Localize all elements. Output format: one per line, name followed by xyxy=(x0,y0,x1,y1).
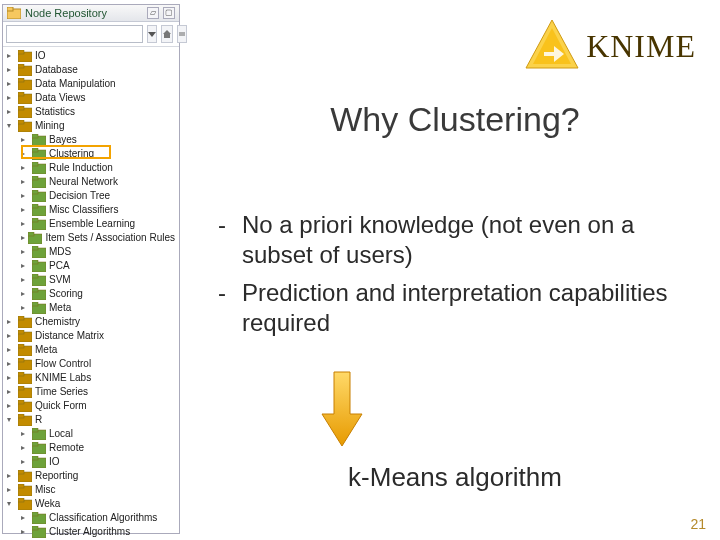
tree-item[interactable]: ▸Item Sets / Association Rules xyxy=(3,231,179,245)
caret-icon[interactable]: ▸ xyxy=(21,133,29,147)
brand-logo: KNIME xyxy=(524,18,696,74)
tree-item[interactable]: ▸Time Series xyxy=(3,385,179,399)
caret-icon[interactable]: ▸ xyxy=(21,203,29,217)
minimize-icon[interactable]: ▱ xyxy=(147,7,159,19)
folder-icon xyxy=(18,414,32,426)
caret-icon[interactable]: ▸ xyxy=(21,525,29,539)
tree-item[interactable]: ▸Clustering xyxy=(3,147,179,161)
caret-icon[interactable]: ▸ xyxy=(21,189,29,203)
folder-icon xyxy=(32,428,46,440)
caret-icon[interactable]: ▸ xyxy=(7,63,15,77)
tree-view[interactable]: ▸IO▸Database▸Data Manipulation▸Data View… xyxy=(3,47,179,540)
folder-icon xyxy=(18,50,32,62)
tree-item[interactable]: ▸IO xyxy=(3,49,179,63)
tree-item-label: Neural Network xyxy=(49,175,118,189)
caret-icon[interactable]: ▸ xyxy=(21,259,29,273)
svg-rect-29 xyxy=(28,232,34,236)
tree-item-label: Meta xyxy=(49,301,71,315)
caret-icon[interactable]: ▸ xyxy=(7,399,15,413)
folder-icon xyxy=(18,498,32,510)
tree-item-label: Remote xyxy=(49,441,84,455)
tree-item-label: Distance Matrix xyxy=(35,329,104,343)
tree-item[interactable]: ▸Ensemble Learning xyxy=(3,217,179,231)
svg-rect-31 xyxy=(32,246,38,250)
caret-icon[interactable]: ▸ xyxy=(7,105,15,119)
caret-icon[interactable]: ▸ xyxy=(21,441,29,455)
caret-icon[interactable]: ▸ xyxy=(7,49,15,63)
caret-icon[interactable]: ▸ xyxy=(21,231,25,245)
dropdown-icon[interactable] xyxy=(147,25,157,43)
tree-item[interactable]: ▸Data Manipulation xyxy=(3,77,179,91)
tree-item[interactable]: ▸Cluster Algorithms xyxy=(3,525,179,539)
caret-icon[interactable]: ▸ xyxy=(21,273,29,287)
caret-icon[interactable]: ▸ xyxy=(7,77,15,91)
maximize-icon[interactable]: ▢ xyxy=(163,7,175,19)
caret-icon[interactable]: ▸ xyxy=(21,427,29,441)
tree-item[interactable]: ▾R xyxy=(3,413,179,427)
collapse-icon[interactable] xyxy=(177,25,187,43)
tree-item[interactable]: ▸Scoring xyxy=(3,287,179,301)
panel-title: Node Repository xyxy=(25,7,107,19)
caret-icon[interactable]: ▸ xyxy=(7,329,15,343)
tree-item[interactable]: ▸Remote xyxy=(3,441,179,455)
home-icon[interactable] xyxy=(161,25,173,43)
tree-item[interactable]: ▸PCA xyxy=(3,259,179,273)
caret-icon[interactable]: ▸ xyxy=(7,469,15,483)
folder-icon xyxy=(32,260,46,272)
svg-rect-71 xyxy=(32,526,38,530)
tree-item[interactable]: ▸Bayes xyxy=(3,133,179,147)
tree-item[interactable]: ▸IO xyxy=(3,455,179,469)
tree-item[interactable]: ▾Weka xyxy=(3,497,179,511)
folder-icon xyxy=(18,344,32,356)
caret-icon[interactable]: ▾ xyxy=(7,413,15,427)
caret-icon[interactable]: ▾ xyxy=(7,119,15,133)
caret-icon[interactable]: ▸ xyxy=(7,483,15,497)
tree-item-label: Ensemble Learning xyxy=(49,217,135,231)
folder-icon xyxy=(32,526,46,538)
caret-icon[interactable]: ▸ xyxy=(7,371,15,385)
tree-item[interactable]: ▸Decision Tree xyxy=(3,189,179,203)
caret-icon[interactable]: ▸ xyxy=(7,385,15,399)
tree-item[interactable]: ▸MDS xyxy=(3,245,179,259)
caret-icon[interactable]: ▸ xyxy=(7,343,15,357)
tree-item[interactable]: ▸Quick Form xyxy=(3,399,179,413)
caret-icon[interactable]: ▾ xyxy=(7,497,15,511)
tree-item[interactable]: ▸Meta xyxy=(3,301,179,315)
caret-icon[interactable]: ▸ xyxy=(21,287,29,301)
caret-icon[interactable]: ▸ xyxy=(7,315,15,329)
tree-item[interactable]: ▸Distance Matrix xyxy=(3,329,179,343)
caret-icon[interactable]: ▸ xyxy=(21,217,29,231)
caret-icon[interactable]: ▸ xyxy=(21,245,29,259)
tree-item[interactable]: ▸Misc xyxy=(3,483,179,497)
tree-item[interactable]: ▸Local xyxy=(3,427,179,441)
tree-item[interactable]: ▸Neural Network xyxy=(3,175,179,189)
tree-item[interactable]: ▸Database xyxy=(3,63,179,77)
caret-icon[interactable]: ▸ xyxy=(21,147,29,161)
svg-rect-25 xyxy=(32,204,38,208)
tree-item[interactable]: ▸Reporting xyxy=(3,469,179,483)
caret-icon[interactable]: ▸ xyxy=(21,175,29,189)
caret-icon[interactable]: ▸ xyxy=(7,357,15,371)
tree-item[interactable]: ▸Misc Classifiers xyxy=(3,203,179,217)
tree-item[interactable]: ▸Statistics xyxy=(3,105,179,119)
caret-icon[interactable]: ▸ xyxy=(21,511,29,525)
tree-item[interactable]: ▸SVM xyxy=(3,273,179,287)
caret-icon[interactable]: ▸ xyxy=(21,161,29,175)
search-input[interactable] xyxy=(6,25,143,43)
tree-item[interactable]: ▸KNIME Labs xyxy=(3,371,179,385)
tree-item[interactable]: ▸Chemistry xyxy=(3,315,179,329)
tree-item[interactable]: ▸Flow Control xyxy=(3,357,179,371)
tree-item-label: KNIME Labs xyxy=(35,371,91,385)
caret-icon[interactable]: ▸ xyxy=(21,301,29,315)
tree-item[interactable]: ▾Mining xyxy=(3,119,179,133)
tree-item[interactable]: ▸Data Views xyxy=(3,91,179,105)
folder-icon xyxy=(18,106,32,118)
folder-icon xyxy=(18,358,32,370)
svg-rect-47 xyxy=(18,358,24,362)
tree-item-label: Bayes xyxy=(49,133,77,147)
tree-item[interactable]: ▸Classification Algorithms xyxy=(3,511,179,525)
tree-item[interactable]: ▸Rule Induction xyxy=(3,161,179,175)
caret-icon[interactable]: ▸ xyxy=(21,455,29,469)
caret-icon[interactable]: ▸ xyxy=(7,91,15,105)
tree-item[interactable]: ▸Meta xyxy=(3,343,179,357)
